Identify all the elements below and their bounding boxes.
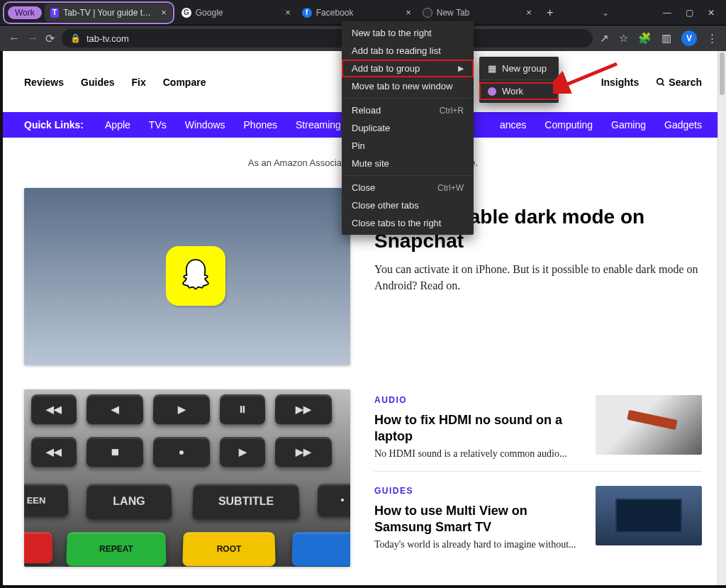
feature-body: You can activate it on iPhone. But is it… [374, 261, 702, 294]
submenu-separator [479, 79, 559, 80]
browser-tab-0[interactable]: T Tab-TV | Your guide to tech × [45, 4, 172, 22]
favicon-tabtv: T [50, 8, 59, 18]
snapchat-icon [166, 246, 225, 306]
mini-thumb-hdmi[interactable] [596, 395, 702, 455]
back-button[interactable]: ← [9, 32, 20, 45]
ql-streaming[interactable]: Streaming [296, 119, 341, 131]
menu-icon[interactable]: ⋮ [707, 32, 717, 45]
new-tab-button[interactable]: + [542, 4, 559, 21]
ghost-icon [174, 255, 217, 297]
close-window-button[interactable]: ✕ [708, 8, 715, 18]
ctx-separator [342, 98, 474, 99]
mini-thumb-tv[interactable] [596, 486, 702, 545]
browser-tab-3[interactable]: New Tab × [417, 4, 537, 22]
nav-guides[interactable]: Guides [81, 77, 114, 88]
tab-title: Google [196, 8, 223, 18]
tab-context-menu: New tab to the right Add tab to reading … [342, 21, 474, 235]
mini-body: No HDMI sound is a relatively common aud… [374, 448, 583, 460]
article-card-0: AUDIO How to fix HDMI no sound on a lapt… [374, 389, 702, 472]
maximize-button[interactable]: ▢ [686, 8, 693, 18]
ql-gadgets[interactable]: Gadgets [664, 119, 702, 131]
ql-gaming[interactable]: Gaming [611, 119, 646, 131]
browser-tab-1[interactable]: G Google × [176, 4, 296, 22]
tab-overflow-icon[interactable]: ⌄ [602, 8, 609, 18]
secondary-row: ◀◀ ◀ ▶ ⏸ ▶▶ ◀◀ ⏹ ● ▶ ▶▶ EEN LANG SUBTITL… [3, 389, 723, 567]
secondary-image-remote[interactable]: ◀◀ ◀ ▶ ⏸ ▶▶ ◀◀ ⏹ ● ▶ ▶▶ EEN LANG SUBTITL… [24, 389, 350, 567]
window-controls: — ▢ ✕ [663, 8, 723, 18]
nav-fix[interactable]: Fix [132, 77, 146, 88]
nav-search[interactable]: Search [656, 77, 702, 88]
minimize-button[interactable]: — [663, 8, 671, 18]
ctx-move-new-window[interactable]: Move tab to new window [342, 77, 474, 95]
mini-category[interactable]: AUDIO [374, 395, 583, 405]
site-nav-left: Reviews Guides Fix Compare [24, 77, 206, 88]
tab-title: New Tab [437, 8, 469, 18]
ql-ances[interactable]: ances [500, 119, 526, 131]
ql-tvs[interactable]: TVs [149, 119, 167, 131]
ctx-pin[interactable]: Pin [342, 137, 474, 155]
close-tab-icon[interactable]: × [406, 7, 411, 18]
lock-icon: 🔒 [70, 33, 81, 43]
browser-tab-2[interactable]: f Facebook × [296, 4, 417, 22]
ql-phones[interactable]: Phones [244, 119, 277, 131]
add-to-group-submenu: ▦ New group Work [479, 57, 559, 103]
nav-insights[interactable]: Insights [601, 77, 640, 88]
ctx-close-right[interactable]: Close tabs to the right [342, 214, 474, 232]
tab-title: Facebook [316, 8, 354, 18]
favicon-newtab [423, 8, 432, 18]
reload-button[interactable]: ⟳ [45, 32, 55, 45]
ctx-close-other[interactable]: Close other tabs [342, 196, 474, 214]
submenu-arrow-icon: ▶ [458, 64, 464, 73]
ctx-reload[interactable]: ReloadCtrl+R [342, 101, 474, 119]
nav-reviews[interactable]: Reviews [24, 77, 64, 88]
group-color-dot [488, 87, 496, 96]
favicon-facebook: f [302, 8, 312, 18]
feature-image[interactable] [24, 188, 350, 365]
favicon-google: G [182, 8, 191, 18]
mini-title[interactable]: How to fix HDMI no sound on a laptop [374, 412, 583, 444]
quick-links-label: Quick Links: [24, 119, 84, 131]
site-nav-right: Insights Search [601, 77, 702, 88]
profile-avatar[interactable]: V [681, 30, 697, 46]
svg-point-0 [657, 79, 663, 84]
tab-title: Tab-TV | Your guide to tech [63, 8, 154, 18]
ctx-close[interactable]: CloseCtrl+W [342, 179, 474, 196]
search-icon [656, 77, 666, 87]
close-tab-icon[interactable]: × [285, 7, 291, 18]
forward-button[interactable]: → [27, 32, 38, 45]
scrollbar-thumb[interactable] [720, 52, 725, 95]
ctx-add-reading-list[interactable]: Add tab to reading list [342, 42, 474, 60]
close-tab-icon[interactable]: × [526, 7, 532, 18]
bookmark-icon[interactable]: ☆ [619, 32, 628, 45]
ctx-new-tab-right[interactable]: New tab to the right [342, 24, 474, 42]
ctx-duplicate[interactable]: Duplicate [342, 119, 474, 137]
close-tab-icon[interactable]: × [161, 7, 167, 18]
ctx-add-to-group[interactable]: Add tab to group▶ [342, 60, 474, 77]
tab-group-chip[interactable]: Work [8, 6, 42, 19]
mini-body: Today's world is already hard to imagine… [374, 539, 583, 550]
reading-list-icon[interactable]: ▥ [661, 32, 671, 45]
extensions-icon[interactable]: 🧩 [638, 32, 652, 45]
ql-computing[interactable]: Computing [544, 119, 593, 131]
tab-group-work[interactable]: Work T Tab-TV | Your guide to tech × [3, 1, 174, 24]
url-text: tab-tv.com [86, 33, 129, 44]
article-card-1: GUIDES How to use Multi View on Samsung … [374, 472, 702, 562]
ql-windows[interactable]: Windows [185, 119, 225, 131]
mini-title[interactable]: How to use Multi View on Samsung Smart T… [374, 503, 583, 535]
vertical-scrollbar[interactable] [717, 51, 726, 585]
address-bar[interactable]: 🔒 tab-tv.com [62, 29, 593, 48]
nav-compare[interactable]: Compare [163, 77, 206, 88]
ctx-separator [342, 175, 474, 176]
submenu-group-work[interactable]: Work [479, 82, 559, 100]
share-icon[interactable]: ↗ [600, 32, 609, 45]
submenu-new-group[interactable]: ▦ New group [479, 60, 559, 77]
svg-line-1 [662, 84, 664, 86]
ql-apple[interactable]: Apple [105, 119, 130, 131]
ctx-mute-site[interactable]: Mute site [342, 155, 474, 172]
search-label: Search [669, 77, 702, 88]
mini-category[interactable]: GUIDES [374, 486, 583, 496]
